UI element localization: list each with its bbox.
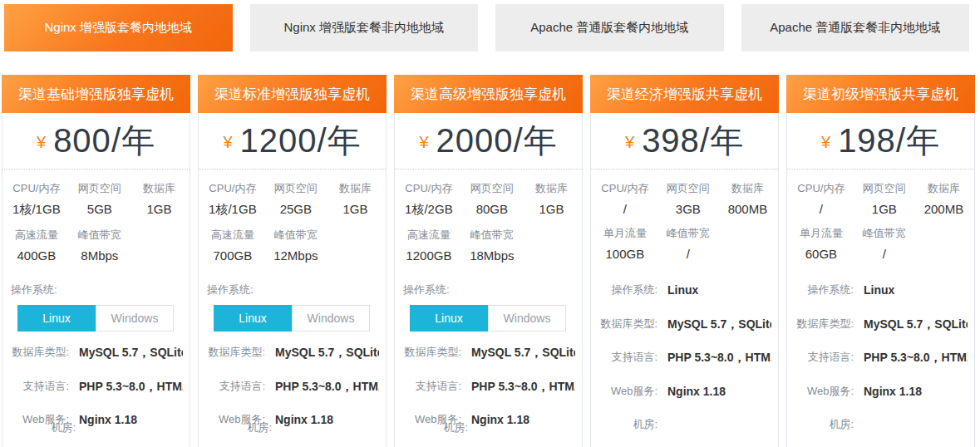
price-amount: 800 xyxy=(53,122,111,160)
row-datacenter: 机房: xyxy=(598,417,771,432)
plan-card-basic: 渠道基础增强版独享虚机 ¥ 800 /年 CPU/内存1核/1GB 网页空间5G… xyxy=(2,75,190,447)
currency-symbol: ¥ xyxy=(625,130,634,152)
plan-details: 操作系统:Linux 数据库类型:MySQL 5.7，SQLite 支持语言:P… xyxy=(787,282,974,433)
spec-grid: CPU/内存1核/1GB 网页空间25GB 数据库1GB 高速流量700GB 峰… xyxy=(199,169,386,274)
spec-database: 数据库1GB xyxy=(328,181,382,218)
row-db-type: 数据库类型:MySQL 5.7，SQLite xyxy=(598,317,771,333)
spec-grid: CPU/内存/ 网页空间3GB 数据库800MB 单月流量100GB 峰值带宽/ xyxy=(591,169,778,273)
spec-storage: 网页空间1GB xyxy=(852,181,917,216)
os-option-windows[interactable]: Windows xyxy=(96,305,174,332)
os-label: 操作系统: xyxy=(403,282,575,297)
row-languages: 支持语言:PHP 5.3~8.0，HTM... xyxy=(9,379,183,395)
spec-grid: CPU/内存1核/2GB 网页空间80GB 数据库1GB 高速流量1200GB … xyxy=(395,169,582,274)
tab-nginx-enhanced-mainland[interactable]: Nginx 增强版套餐内地地域 xyxy=(4,4,233,52)
plan-details: 操作系统: Linux Windows 数据库类型:MySQL 5.7，SQLi… xyxy=(199,282,386,435)
row-datacenter: 机房: xyxy=(794,417,968,432)
spec-cpu: CPU/内存/ xyxy=(790,181,852,216)
os-option-windows[interactable]: Windows xyxy=(488,305,566,332)
plan-price: ¥ 398 /年 xyxy=(591,112,778,169)
plan-title: 渠道标准增强版独享虚机 xyxy=(198,75,387,113)
row-os: 操作系统:Linux xyxy=(794,282,968,299)
os-option-linux[interactable]: Linux xyxy=(214,305,292,332)
price-unit: /年 xyxy=(700,118,744,164)
spec-storage: 网页空间5GB xyxy=(67,181,132,218)
spec-database: 数据库800MB xyxy=(721,181,775,216)
spec-grid: CPU/内存/ 网页空间1GB 数据库200MB 单月流量60GB 峰值带宽/ xyxy=(787,169,974,273)
row-db-type: 数据库类型:MySQL 5.7，SQLite xyxy=(794,317,968,333)
package-tabs: Nginx 增强版套餐内地地域 Nginx 增强版套餐非内地地域 Apache … xyxy=(0,0,980,52)
plan-cards: 渠道基础增强版独享虚机 ¥ 800 /年 CPU/内存1核/1GB 网页空间5G… xyxy=(0,75,980,447)
spec-grid: CPU/内存1核/1GB 网页空间5GB 数据库1GB 高速流量400GB 峰值… xyxy=(2,169,190,274)
spec-storage: 网页空间80GB xyxy=(460,181,524,218)
tab-apache-basic-mainland[interactable]: Apache 普通版套餐内地地域 xyxy=(495,4,724,52)
currency-symbol: ¥ xyxy=(37,130,46,152)
spec-traffic: 单月流量100GB xyxy=(594,226,656,261)
plan-price: ¥ 800 /年 xyxy=(2,112,190,169)
os-option-windows[interactable]: Windows xyxy=(292,305,370,332)
spec-database: 数据库1GB xyxy=(132,181,186,218)
spec-bandwidth: 峰值带宽18Mbps xyxy=(460,228,524,263)
os-toggle: Linux Windows xyxy=(214,305,379,332)
spec-traffic: 高速流量400GB xyxy=(6,228,67,263)
spec-bandwidth: 峰值带宽8Mbps xyxy=(67,228,132,263)
row-web-server: Web服务:Nginx 1.18 xyxy=(598,384,771,400)
row-languages: 支持语言:PHP 5.3~8.0，HTM... xyxy=(598,350,771,366)
plan-details: 操作系统: Linux Windows 数据库类型:MySQL 5.7，SQLi… xyxy=(2,282,190,435)
plan-card-starter: 渠道初级增强版共享虚机 ¥ 198 /年 CPU/内存/ 网页空间1GB 数据库… xyxy=(786,75,975,447)
price-unit: /年 xyxy=(317,118,361,164)
plan-card-standard: 渠道标准增强版独享虚机 ¥ 1200 /年 CPU/内存1核/1GB 网页空间2… xyxy=(198,75,387,447)
spec-storage: 网页空间25GB xyxy=(263,181,328,218)
price-unit: /年 xyxy=(896,118,940,164)
spec-bandwidth: 峰值带宽12Mbps xyxy=(263,228,328,263)
row-languages: 支持语言:PHP 5.3~8.0，HTM... xyxy=(401,379,575,395)
spec-storage: 网页空间3GB xyxy=(656,181,721,216)
row-languages: 支持语言:PHP 5.3~8.0，HTM... xyxy=(205,379,379,395)
spec-traffic: 单月流量60GB xyxy=(790,226,852,261)
plan-card-economy: 渠道经济增强版共享虚机 ¥ 398 /年 CPU/内存/ 网页空间3GB 数据库… xyxy=(590,75,779,447)
spec-cpu: CPU/内存1核/1GB xyxy=(6,181,67,218)
row-web-server: Web服务:Nginx 1.18 xyxy=(794,384,968,400)
price-amount: 2000 xyxy=(436,122,514,160)
price-amount: 398 xyxy=(642,122,700,160)
plan-details: 操作系统:Linux 数据库类型:MySQL 5.7，SQLite 支持语言:P… xyxy=(591,282,778,433)
row-db-type: 数据库类型:MySQL 5.7，SQLite xyxy=(205,345,379,361)
currency-symbol: ¥ xyxy=(223,130,232,152)
tab-apache-basic-nonmainland[interactable]: Apache 普通版套餐非内地地域 xyxy=(741,4,970,52)
spec-cpu: CPU/内存/ xyxy=(594,181,656,216)
os-label: 操作系统: xyxy=(207,282,379,297)
os-toggle: Linux Windows xyxy=(17,305,183,332)
os-option-linux[interactable]: Linux xyxy=(410,305,488,332)
row-db-type: 数据库类型:MySQL 5.7，SQLite xyxy=(401,345,575,361)
plan-card-advanced: 渠道高级增强版独享虚机 ¥ 2000 /年 CPU/内存1核/2GB 网页空间8… xyxy=(394,75,583,447)
row-languages: 支持语言:PHP 5.3~8.0，HTM... xyxy=(794,350,968,366)
os-option-linux[interactable]: Linux xyxy=(17,305,96,332)
spec-bandwidth: 峰值带宽/ xyxy=(656,226,721,261)
price-unit: /年 xyxy=(513,118,557,164)
plan-price: ¥ 2000 /年 xyxy=(395,112,582,169)
os-toggle: Linux Windows xyxy=(410,305,575,332)
plan-title: 渠道经济增强版共享虚机 xyxy=(590,75,779,113)
spec-database: 数据库200MB xyxy=(917,181,971,216)
plan-title: 渠道初级增强版共享虚机 xyxy=(786,75,975,113)
plan-price: ¥ 198 /年 xyxy=(787,112,974,169)
spec-traffic: 高速流量1200GB xyxy=(398,228,460,263)
spec-bandwidth: 峰值带宽/ xyxy=(852,226,917,261)
os-label: 操作系统: xyxy=(11,282,183,297)
row-db-type: 数据库类型:MySQL 5.7，SQLite xyxy=(9,345,183,361)
price-unit: /年 xyxy=(111,118,155,164)
price-amount: 1200 xyxy=(240,122,318,160)
currency-symbol: ¥ xyxy=(419,130,428,152)
tab-nginx-enhanced-nonmainland[interactable]: Nginx 增强版套餐非内地地域 xyxy=(250,4,479,52)
row-os: 操作系统:Linux xyxy=(598,282,771,299)
spec-cpu: CPU/内存1核/2GB xyxy=(398,181,460,218)
plan-price: ¥ 1200 /年 xyxy=(199,112,386,169)
spec-traffic: 高速流量700GB xyxy=(202,228,263,263)
price-amount: 198 xyxy=(838,122,896,160)
currency-symbol: ¥ xyxy=(821,130,830,152)
spec-database: 数据库1GB xyxy=(524,181,579,218)
plan-title: 渠道基础增强版独享虚机 xyxy=(2,75,190,113)
plan-details: 操作系统: Linux Windows 数据库类型:MySQL 5.7，SQLi… xyxy=(395,282,582,435)
plan-title: 渠道高级增强版独享虚机 xyxy=(394,75,583,113)
spec-cpu: CPU/内存1核/1GB xyxy=(202,181,263,218)
